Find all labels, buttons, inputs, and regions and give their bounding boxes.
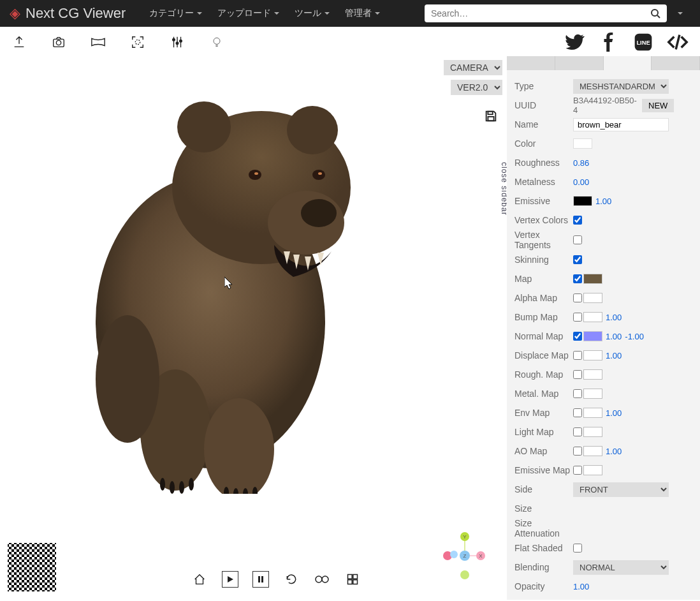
envmap-texture[interactable] [583,408,602,418]
toolbar: LINE [0,27,700,57]
displacemap-texture[interactable] [583,350,602,360]
sidebar-tab-2[interactable] [555,56,604,70]
facebook-icon[interactable] [598,31,620,53]
lightbulb-icon[interactable] [209,34,224,50]
map-checkbox[interactable] [573,274,582,283]
roughmap-checkbox[interactable] [573,370,582,379]
displacemap-label: Displace Map [514,350,573,360]
3d-viewport[interactable]: CAMERA VER2.0 close sidebar Y X Z [0,57,507,599]
envmap-checkbox[interactable] [573,408,582,417]
roughness-value[interactable]: 0.86 [573,158,589,168]
panorama-icon[interactable] [91,34,106,50]
color-swatch[interactable] [573,138,592,149]
lightmap-checkbox[interactable] [573,427,582,436]
skinning-checkbox[interactable] [573,255,582,264]
reload-icon[interactable] [283,571,300,588]
displacemap-checkbox[interactable] [573,351,582,360]
fullscreen-icon[interactable] [344,571,361,588]
name-input[interactable] [573,118,669,131]
roughmap-texture[interactable] [583,369,602,380]
sliders-icon[interactable] [170,34,185,50]
normalmap-checkbox[interactable] [573,332,582,341]
brand-icon: ◈ [10,5,20,22]
normalmap-value1[interactable]: 1.00 [606,332,622,341]
search-box[interactable] [425,4,667,22]
qr-code[interactable] [8,543,56,591]
normalmap-value2[interactable]: -1.00 [625,332,644,341]
metalmap-checkbox[interactable] [573,389,582,398]
opacity-label: Opacity [514,581,573,591]
new-button[interactable]: NEW [642,99,674,112]
svg-point-21 [249,170,261,180]
camera-select[interactable]: CAMERA [444,60,502,75]
play-button[interactable] [222,571,238,588]
bumpmap-value[interactable]: 1.00 [606,313,622,322]
nav-upload[interactable]: アップロード [210,8,287,19]
emissive-value[interactable]: 1.00 [595,197,611,206]
aomap-checkbox[interactable] [573,447,582,456]
axis-gizmo[interactable]: Y X Z [439,530,490,581]
opacity-value[interactable]: 1.00 [573,582,589,591]
search-icon[interactable] [650,8,660,19]
upload-icon[interactable] [11,34,27,50]
lightmap-texture[interactable] [583,427,602,437]
normalmap-texture[interactable] [583,331,602,341]
type-select[interactable]: MESHSTANDARDMAT [573,79,669,94]
displacemap-value[interactable]: 1.00 [606,351,622,360]
emissivemap-checkbox[interactable] [573,466,582,475]
metalmap-texture[interactable] [583,389,602,399]
user-menu[interactable] [667,12,690,15]
pause-button[interactable] [252,571,269,588]
version-select[interactable]: VER2.0 [451,80,502,95]
bumpmap-checkbox[interactable] [573,313,582,322]
sidebar-tab-3[interactable] [604,56,652,70]
svg-point-3 [56,40,61,45]
blending-select[interactable]: NORMAL [573,560,669,575]
vr-icon[interactable] [314,571,330,588]
search-input[interactable] [431,8,650,19]
metalmap-label: Metal. Map [514,389,573,399]
line-icon[interactable]: LINE [632,31,654,53]
nav-admin[interactable]: 管理者 [337,8,388,19]
vertex-colors-label: Vertex Colors [514,215,573,225]
bumpmap-label: Bump Map [514,312,573,322]
svg-point-8 [214,38,220,44]
svg-point-0 [652,10,658,16]
metalness-value[interactable]: 0.00 [573,177,589,187]
svg-point-42 [322,576,328,582]
nav-tools[interactable]: ツール [287,8,337,19]
svg-text:LINE: LINE [636,40,650,46]
embed-icon[interactable] [667,31,689,53]
home-icon[interactable] [191,571,208,588]
sidebar-tab-4[interactable] [652,56,700,70]
svg-point-56 [450,551,458,558]
emissivemap-texture[interactable] [583,465,602,475]
svg-point-22 [312,170,325,180]
flatshaded-checkbox[interactable] [573,544,582,553]
envmap-value[interactable]: 1.00 [606,408,622,418]
alphamap-checkbox[interactable] [573,293,582,302]
vertex-tangents-checkbox[interactable] [573,235,582,244]
vertex-colors-checkbox[interactable] [573,216,582,225]
uuid-value: B3A44192-0B50-4 [573,96,637,115]
sidebar-tab-1[interactable] [507,56,555,70]
roughmap-label: Rough. Map [514,369,573,380]
nav-category[interactable]: カテゴリー [142,8,210,19]
brand[interactable]: ◈ Next CG Viewer [10,5,126,22]
map-texture[interactable] [583,274,602,284]
bumpmap-texture[interactable] [583,312,602,322]
aomap-texture[interactable] [583,446,602,456]
twitter-icon[interactable] [564,31,585,53]
focus-icon[interactable] [130,34,145,50]
alphamap-texture[interactable] [583,293,602,303]
svg-text:Y: Y [463,534,467,540]
camera-icon[interactable] [51,34,66,50]
svg-point-24 [318,172,322,175]
emissive-swatch[interactable] [573,196,592,206]
svg-text:Z: Z [463,553,467,559]
aomap-value[interactable]: 1.00 [606,447,622,456]
svg-point-5 [173,38,175,41]
skinning-label: Skinning [514,255,573,265]
side-select[interactable]: FRONT [573,482,669,497]
save-icon[interactable] [484,109,498,123]
